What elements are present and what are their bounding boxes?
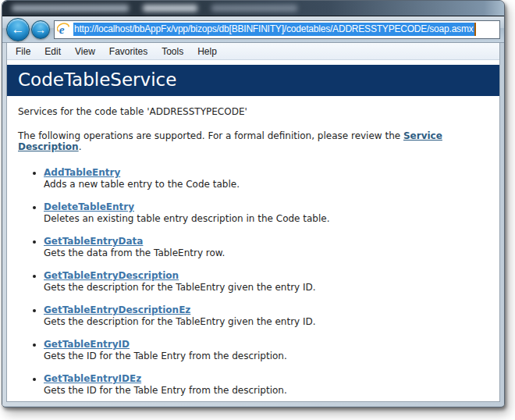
text-caret [474, 23, 476, 36]
back-button[interactable]: ← [6, 18, 30, 41]
operation-description: Gets the data from the TableEntry row. [44, 247, 499, 258]
operation-description: Gets the ID for the Table Entry from the… [44, 385, 499, 396]
menu-view[interactable]: View [68, 44, 102, 59]
blurred-window-title [211, 5, 297, 12]
service-subtitle: Services for the code table 'ADDRESSTYPE… [18, 106, 488, 117]
window-titlebar[interactable] [2, 1, 504, 16]
operation-link-deletetableentry[interactable]: DeleteTableEntry [44, 201, 134, 212]
operation-description: Adds a new table entry to the Code table… [44, 179, 499, 190]
list-item: DeleteTableEntry Deletes an existing tab… [44, 201, 499, 224]
operation-link-addtableentry[interactable]: AddTableEntry [44, 167, 120, 178]
web-page: CodeTableService Services for the code t… [7, 60, 499, 401]
list-item: GetTableEntryDescription Gets the descri… [44, 270, 499, 293]
menu-file[interactable]: File [9, 44, 37, 59]
forward-arrow-icon: → [35, 23, 46, 36]
intro-text: The following operations are supported. … [18, 130, 488, 152]
internet-explorer-icon: e [57, 23, 71, 37]
address-bar[interactable]: e http://localhost/bbAppFx/vpp/bizops/db… [54, 20, 500, 39]
menu-favorites[interactable]: Favorites [102, 44, 154, 59]
list-item: GetTableEntryIDEz Gets the ID for the Ta… [44, 373, 499, 396]
operation-description: Gets the description for the TableEntry … [44, 316, 499, 327]
operation-description: Deletes an existing table entry descript… [44, 213, 499, 224]
back-arrow-icon: ← [12, 22, 25, 37]
menu-bar: File Edit View Favorites Tools Help [7, 43, 499, 60]
operations-list: AddTableEntry Adds a new table entry to … [7, 167, 499, 401]
navigation-bar: ← → e http://localhost/bbAppFx/vpp/bizop… [2, 16, 504, 43]
menu-tools[interactable]: Tools [154, 44, 190, 59]
forward-button[interactable]: → [31, 20, 50, 39]
operation-link-gettableentrydescription[interactable]: GetTableEntryDescription [44, 270, 179, 281]
menu-edit[interactable]: Edit [37, 44, 68, 59]
blurred-window-title [12, 5, 129, 12]
window-frame: File Edit View Favorites Tools Help Code… [2, 43, 504, 406]
browser-client-area: File Edit View Favorites Tools Help Code… [6, 43, 500, 402]
operation-description: Gets the ID for the Table Entry from the… [44, 351, 499, 361]
operation-link-gettableentrydata[interactable]: GetTableEntryData [44, 236, 143, 247]
list-item: AddTableEntry Adds a new table entry to … [44, 167, 499, 190]
list-item: GetTableEntryDescriptionEz Gets the desc… [44, 304, 499, 327]
browser-window: ← → e http://localhost/bbAppFx/vpp/bizop… [2, 0, 505, 408]
intro-prefix: The following operations are supported. … [18, 130, 403, 141]
blurred-window-title [143, 5, 197, 12]
url-text-selected[interactable]: http://localhost/bbAppFx/vpp/bizops/db[B… [73, 23, 474, 36]
operation-link-gettableentryidez[interactable]: GetTableEntryIDEz [44, 373, 141, 384]
operation-link-gettableentryid[interactable]: GetTableEntryID [44, 339, 130, 350]
intro-suffix: . [79, 141, 82, 152]
operation-link-gettableentrydescriptionez[interactable]: GetTableEntryDescriptionEz [44, 304, 190, 315]
menu-help[interactable]: Help [190, 44, 224, 59]
operation-description: Gets the description for the TableEntry … [44, 282, 499, 293]
list-item: GetTableEntryData Gets the data from the… [44, 236, 499, 258]
list-item: GetTableEntryID Gets the ID for the Tabl… [44, 339, 499, 361]
page-title: CodeTableService [7, 65, 499, 96]
